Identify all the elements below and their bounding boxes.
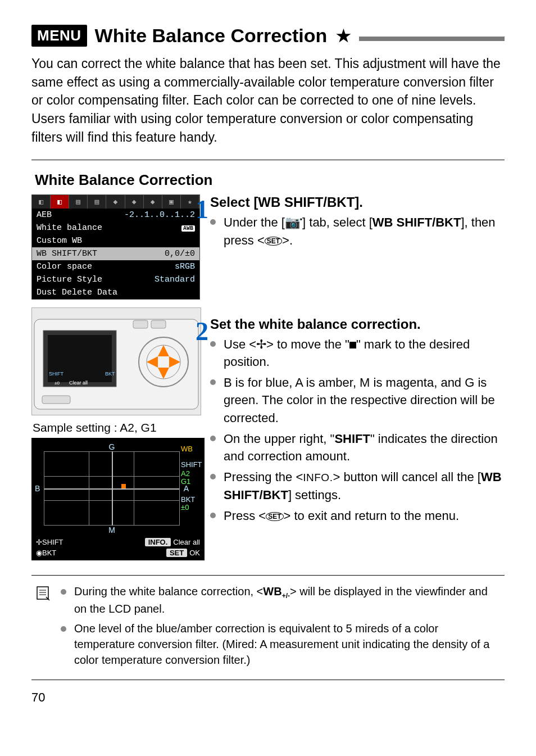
sub-heading: White Balance Correction — [35, 171, 505, 189]
shift-label: SHIFT — [181, 460, 201, 469]
menu-row-value: -2..1..0..1..2 — [124, 210, 195, 220]
page-title-row: MENU White Balance Correction ★ — [31, 25, 505, 47]
menu-row-value: AWB — [181, 223, 195, 233]
footer-ok: SETOK — [166, 549, 200, 557]
notes-block: During the white balance correction, <WB… — [31, 575, 505, 680]
set-button-icon: SET — [265, 237, 282, 246]
camera-back-illustration: SHIFT BKT Clear all ±0 — [31, 307, 201, 415]
svg-rect-5 — [133, 320, 148, 328]
menu-badge: MENU — [31, 25, 87, 47]
intro-text: You can correct the white balance that h… — [31, 55, 505, 146]
menu-row-label: Picture Style — [37, 275, 102, 284]
menu-tab: ▤ — [69, 195, 88, 209]
menu-row: Custom WB — [32, 234, 199, 247]
camera-tab-icon: 📷• — [285, 215, 302, 229]
menu-row-label: Dust Delete Data — [37, 288, 117, 297]
bkt-label: BKT — [181, 495, 201, 504]
svg-text:BKT: BKT — [105, 371, 115, 377]
footer-bkt: ◉BKT — [36, 549, 56, 557]
set-button-icon: SET — [266, 512, 283, 521]
wb-label: WB — [181, 445, 201, 453]
menu-row-value: 0,0/±0 — [165, 249, 195, 259]
wb-cursor-mark — [121, 484, 126, 488]
menu-row: White balance AWB — [32, 221, 199, 234]
menu-tab: ◆ — [125, 195, 144, 209]
step-1: 1 Select [WB SHIFT/BKT]. Under the [📷•] … — [210, 194, 505, 248]
step-number: 1 — [196, 194, 208, 224]
menu-row-label: WB SHIFT/BKT — [37, 249, 97, 259]
shift-a-value: A2 — [181, 469, 201, 478]
menu-row: Color space sRGB — [32, 260, 199, 273]
svg-text:Clear all: Clear all — [69, 380, 88, 386]
step-bullet: B is for blue, A is amber, M is magenta,… — [210, 374, 505, 427]
menu-row: Dust Delete Data — [32, 286, 199, 299]
svg-text:±0: ±0 — [54, 381, 60, 386]
menu-tabbar: ◧ ◧ ▤ ▤ ◆ ◆ ◆ ▣ ★ — [32, 195, 199, 209]
axis-label-g: G — [109, 442, 115, 451]
menu-row-label: Color space — [37, 262, 92, 271]
menu-tab: ▣ — [162, 195, 181, 209]
menu-tab: ◆ — [144, 195, 162, 209]
step-bullet: Press <SET> to exit and return to the me… — [210, 507, 505, 524]
square-mark-icon — [349, 342, 356, 348]
note-item: During the white balance correction, <WB… — [61, 583, 500, 617]
menu-row-label: AEB — [37, 210, 52, 220]
step-title: Set the white balance correction. — [210, 316, 505, 332]
menu-row-label: Custom WB — [37, 236, 82, 246]
step-bullet: Use <✢> to move the "" mark to the desir… — [210, 336, 505, 370]
footer-clear: INFO.Clear all — [145, 538, 200, 546]
menu-row-label: White balance — [37, 223, 102, 233]
step-bullet: Under the [📷•] tab, select [WB SHIFT/BKT… — [210, 214, 505, 248]
notes-icon — [36, 583, 52, 672]
axis-label-b: B — [35, 484, 40, 493]
svg-text:SHIFT: SHIFT — [49, 371, 64, 377]
step-bullet: On the upper right, "SHIFT" indicates th… — [210, 430, 505, 465]
section-divider — [31, 160, 505, 160]
step-title: Select [WB SHIFT/BKT]. — [210, 194, 505, 210]
info-button-icon: INFO. — [303, 470, 333, 486]
step-number: 2 — [196, 316, 208, 346]
intro-paragraph: You can correct the white balance that h… — [31, 55, 505, 110]
step-bullet: Pressing the <INFO.> button will cancel … — [210, 468, 505, 503]
svg-rect-11 — [42, 396, 70, 404]
menu-tab: ◧ — [32, 195, 51, 209]
menu-row: Picture Style Standard — [32, 273, 199, 286]
title-star-icon: ★ — [336, 26, 351, 46]
wb-correction-grid: G M B A — [31, 438, 205, 560]
menu-row-selected: WB SHIFT/BKT 0,0/±0 — [32, 247, 199, 260]
page-number: 70 — [31, 690, 505, 705]
menu-tab-active: ◧ — [51, 195, 69, 209]
camera-menu-screenshot: ◧ ◧ ▤ ▤ ◆ ◆ ◆ ▣ ★ AEB -2..1..0..1..2 — [31, 194, 200, 300]
footer-shift: ✢SHIFT — [36, 538, 63, 546]
multicontroller-icon: ✢ — [256, 337, 266, 351]
wb-pm-icon: WB+/- — [263, 585, 290, 597]
bkt-value: ±0 — [181, 503, 201, 511]
note-item: One level of the blue/amber correction i… — [61, 621, 500, 668]
sample-setting-label: Sample setting : A2, G1 — [33, 421, 200, 434]
axis-label-m: M — [108, 526, 115, 535]
shift-g-value: G1 — [181, 477, 201, 486]
menu-row-value: Standard — [155, 275, 195, 284]
page-title: White Balance Correction — [95, 25, 328, 47]
intro-paragraph: Users familiar with using color temperat… — [31, 110, 505, 146]
menu-row-value: sRGB — [175, 262, 195, 271]
title-divider — [359, 37, 505, 41]
step-2: 2 Set the white balance correction. Use … — [210, 316, 505, 524]
menu-tab: ▤ — [88, 195, 106, 209]
menu-row: AEB -2..1..0..1..2 — [32, 209, 199, 221]
svg-rect-6 — [151, 320, 166, 328]
menu-tab: ◆ — [106, 195, 125, 209]
